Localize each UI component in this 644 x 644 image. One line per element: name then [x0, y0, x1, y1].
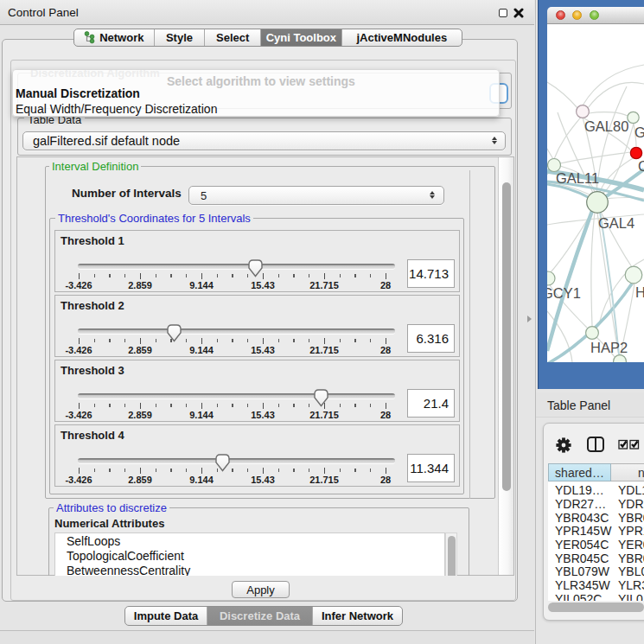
- svg-text:HAP2: HAP2: [590, 340, 628, 355]
- svg-text:CR: CR: [638, 158, 644, 174]
- svg-text:HA: HA: [635, 284, 644, 300]
- svg-text:GCY1: GCY1: [547, 285, 581, 301]
- svg-text:GAL80: GAL80: [584, 118, 628, 134]
- svg-text:GAL4: GAL4: [598, 215, 634, 231]
- svg-text:GA: GA: [634, 124, 644, 140]
- svg-text:GAL11: GAL11: [556, 170, 599, 186]
